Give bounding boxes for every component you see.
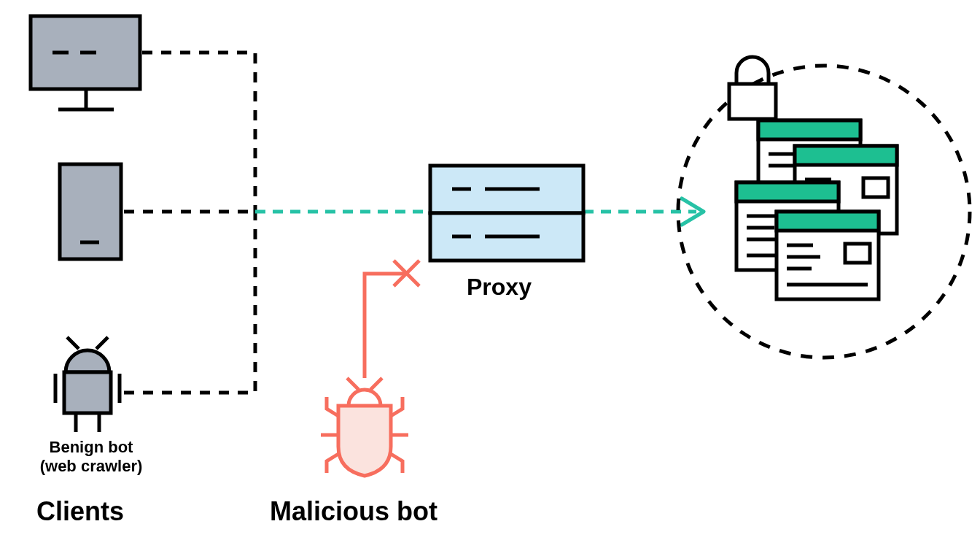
malicious-bot-label: Malicious bot xyxy=(270,496,438,527)
svg-rect-48 xyxy=(845,244,870,263)
desktop-client-icon xyxy=(31,16,140,109)
svg-rect-32 xyxy=(795,146,897,165)
svg-line-8 xyxy=(96,337,108,349)
mobile-client-icon xyxy=(60,164,121,259)
svg-line-7 xyxy=(67,337,79,349)
benign-bot-label: Benign bot (web crawler) xyxy=(29,438,153,476)
client-connector-lines xyxy=(124,53,255,393)
svg-rect-26 xyxy=(729,84,776,119)
svg-rect-36 xyxy=(863,178,888,197)
malicious-bot-icon xyxy=(321,378,408,476)
svg-line-22 xyxy=(347,378,359,390)
svg-rect-9 xyxy=(64,372,111,413)
svg-line-23 xyxy=(370,378,382,390)
svg-rect-38 xyxy=(736,182,839,201)
lock-icon xyxy=(729,57,776,119)
benign-bot-icon xyxy=(55,337,120,432)
blocked-flow-line xyxy=(365,261,419,378)
proxy-label: Proxy xyxy=(467,274,532,301)
svg-rect-44 xyxy=(777,212,879,231)
proxy-server-icon xyxy=(430,166,583,261)
svg-rect-28 xyxy=(758,120,860,139)
protected-pages-icon xyxy=(736,120,897,299)
clients-label: Clients xyxy=(36,496,124,527)
svg-rect-5 xyxy=(60,164,121,259)
